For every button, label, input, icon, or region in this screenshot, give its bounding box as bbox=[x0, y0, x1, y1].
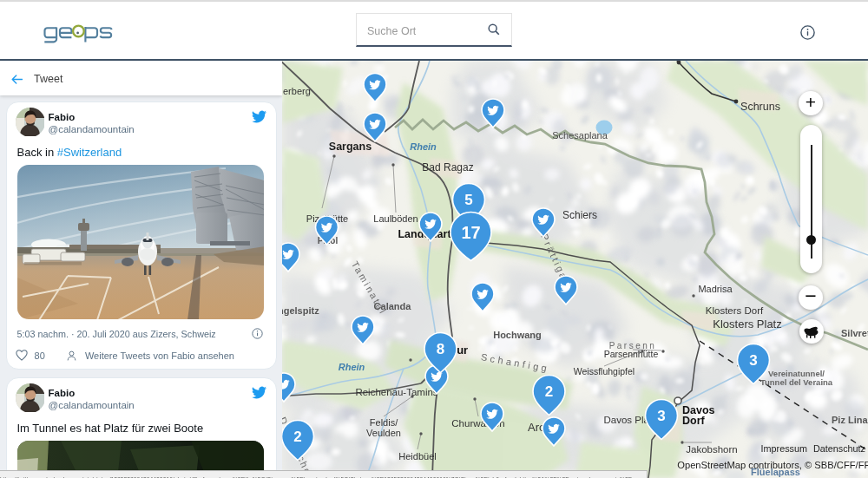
svg-text:Feldis/: Feldis/ bbox=[370, 417, 398, 428]
svg-text:5: 5 bbox=[464, 192, 472, 208]
svg-text:erberg: erberg bbox=[283, 86, 311, 96]
svg-text:Ringelspitz: Ringelspitz bbox=[282, 305, 319, 316]
svg-text:17: 17 bbox=[461, 223, 480, 242]
svg-text:2: 2 bbox=[545, 383, 553, 400]
svg-text:3: 3 bbox=[749, 352, 757, 369]
svg-text:Klosters Dorf: Klosters Dorf bbox=[706, 305, 764, 316]
svg-text:Veulden: Veulden bbox=[366, 428, 401, 438]
svg-text:Sargans: Sargans bbox=[329, 141, 372, 153]
svg-text:Laulböden: Laulböden bbox=[373, 213, 418, 224]
svg-text:Datenschutz: Datenschutz bbox=[813, 443, 865, 454]
svg-text:Schiers: Schiers bbox=[562, 209, 597, 221]
svg-text:Heidbüel: Heidbüel bbox=[398, 451, 436, 462]
svg-text:Weissfluhgipfel: Weissfluhgipfel bbox=[574, 366, 635, 377]
svg-text:Reichenau-Tamins: Reichenau-Tamins bbox=[355, 387, 437, 397]
svg-text:Parsennhütte: Parsennhütte bbox=[604, 349, 659, 359]
svg-text:Jakobshorn: Jakobshorn bbox=[686, 444, 737, 455]
svg-text:Rhein: Rhein bbox=[410, 141, 437, 152]
svg-text:Silvretta: Silvretta bbox=[841, 328, 868, 338]
svg-text:Schesaplana: Schesaplana bbox=[552, 130, 608, 141]
svg-text:3: 3 bbox=[657, 408, 665, 424]
svg-text:Klosters Platz: Klosters Platz bbox=[713, 318, 781, 331]
svg-text:Flüelapass: Flüelapass bbox=[751, 467, 800, 477]
svg-text:Dorf: Dorf bbox=[682, 415, 706, 427]
svg-text:2: 2 bbox=[293, 429, 301, 445]
svg-text:Tunnel del Veraina: Tunnel del Veraina bbox=[760, 377, 833, 387]
svg-text:Bad Ragaz: Bad Ragaz bbox=[422, 161, 473, 174]
svg-text:8: 8 bbox=[437, 341, 444, 357]
svg-text:Madrisa: Madrisa bbox=[698, 284, 733, 294]
svg-text:Piz Linard: Piz Linard bbox=[832, 415, 868, 425]
svg-text:Rhein: Rhein bbox=[339, 362, 365, 372]
svg-text:Impressum: Impressum bbox=[761, 443, 807, 454]
svg-text:Hochwang: Hochwang bbox=[493, 330, 542, 340]
svg-text:Schruns: Schruns bbox=[740, 101, 780, 113]
